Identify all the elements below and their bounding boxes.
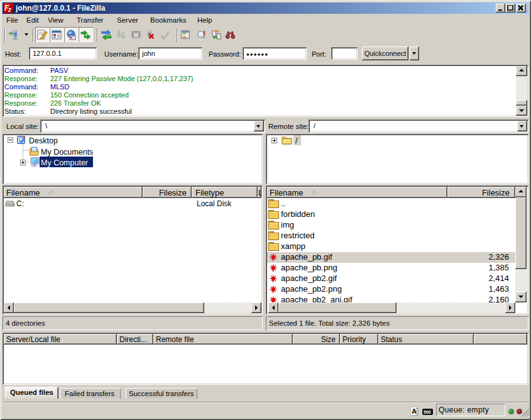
svg-text:A: A	[412, 407, 417, 415]
svg-text:z: z	[8, 6, 11, 13]
svg-text:500: 500	[424, 410, 431, 414]
